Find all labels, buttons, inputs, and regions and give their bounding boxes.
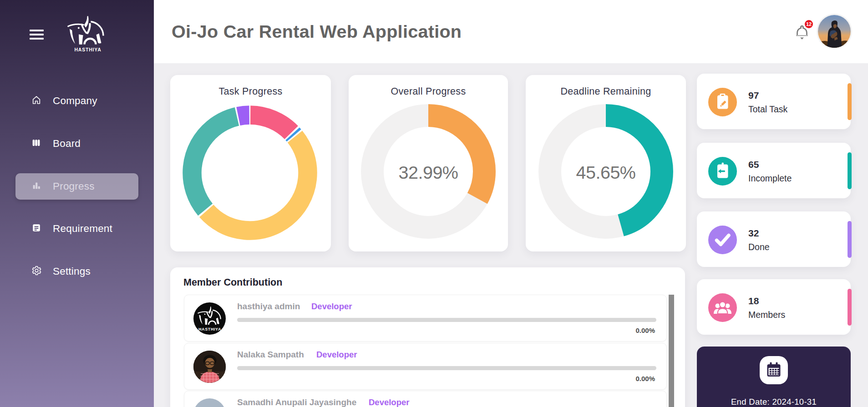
svg-text:HASTHIYA: HASTHIYA — [198, 327, 221, 332]
svg-text:HASTHIYA: HASTHIYA — [74, 47, 101, 52]
